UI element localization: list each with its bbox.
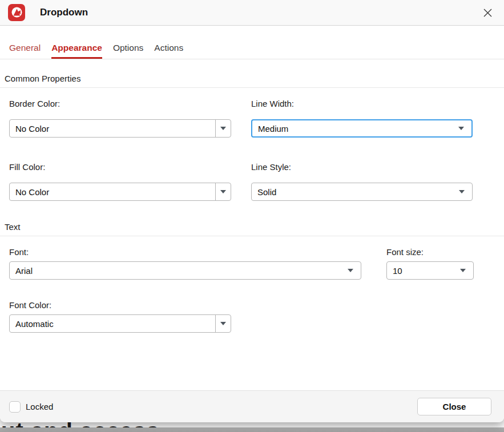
- tab-bar: General Appearance Options Actions: [0, 26, 504, 59]
- font-color-dropdown[interactable]: Automatic: [9, 314, 231, 333]
- tab-general[interactable]: General: [9, 43, 41, 59]
- line-width-dropdown[interactable]: Medium: [251, 119, 473, 138]
- tab-appearance[interactable]: Appearance: [51, 43, 102, 59]
- dialog-title: Dropdown: [40, 7, 88, 18]
- divider: [0, 87, 504, 88]
- border-color-dropdown[interactable]: No Color: [9, 119, 231, 138]
- tab-actions[interactable]: Actions: [154, 43, 183, 59]
- divider: [0, 236, 504, 236]
- dropdown-properties-dialog: Dropdown General Appearance Options Acti…: [0, 0, 504, 422]
- font-size-label: Font size:: [386, 247, 474, 257]
- dialog-footer: Locked Close: [0, 390, 504, 422]
- font-label: Font:: [9, 247, 361, 257]
- border-color-label: Border Color:: [9, 99, 231, 108]
- locked-checkbox[interactable]: [9, 401, 21, 413]
- tab-options[interactable]: Options: [113, 43, 143, 59]
- close-button[interactable]: Close: [417, 398, 491, 415]
- line-style-dropdown[interactable]: Solid: [251, 183, 473, 201]
- chevron-down-icon: [459, 190, 472, 193]
- fill-color-dropdown[interactable]: No Color: [9, 183, 231, 201]
- chevron-down-icon[interactable]: [215, 183, 231, 200]
- close-icon[interactable]: [478, 3, 497, 22]
- section-common-properties: Common Properties: [0, 74, 504, 83]
- font-dropdown[interactable]: Arial: [9, 261, 361, 280]
- line-width-label: Line Width:: [251, 99, 473, 108]
- chevron-down-icon[interactable]: [215, 120, 231, 137]
- app-logo-icon: [8, 4, 25, 21]
- locked-label: Locked: [26, 402, 53, 411]
- chevron-down-icon[interactable]: [215, 315, 231, 332]
- background-toolbar-strip: [0, 427, 504, 432]
- dialog-titlebar: Dropdown: [0, 0, 504, 26]
- font-size-dropdown[interactable]: 10: [386, 261, 474, 280]
- chevron-down-icon: [458, 127, 471, 130]
- chevron-down-icon: [348, 269, 361, 272]
- font-color-label: Font Color:: [9, 300, 231, 310]
- line-style-label: Line Style:: [251, 162, 473, 172]
- fill-color-label: Fill Color:: [9, 162, 231, 172]
- chevron-down-icon: [460, 269, 473, 272]
- section-text: Text: [0, 222, 504, 232]
- background-page-sliver: ut and access: [0, 422, 504, 432]
